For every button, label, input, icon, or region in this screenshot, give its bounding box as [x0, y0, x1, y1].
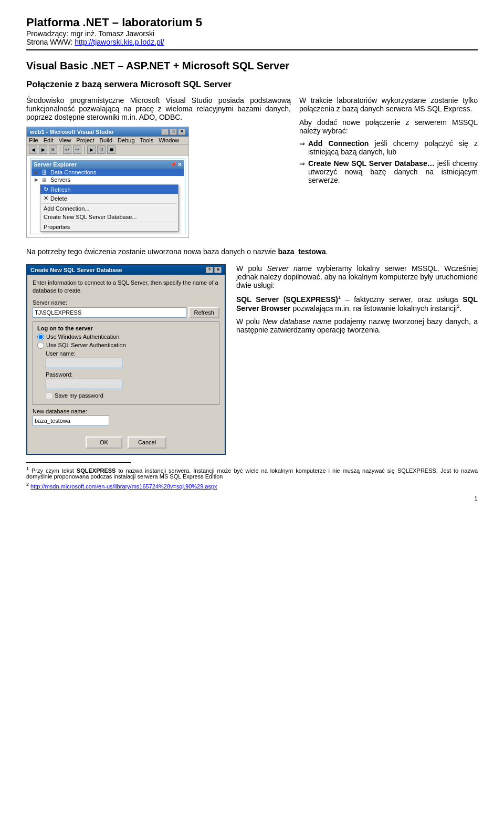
add-connection-intro: Aby dodać nowe połączenie z serwerem MSS… — [299, 118, 478, 135]
cancel-button[interactable]: Cancel — [128, 436, 166, 449]
arrow-item-create-db: ⇒ Create New SQL Server Database… jeśli … — [299, 159, 478, 184]
menu-debug[interactable]: Debug — [118, 137, 134, 143]
sql-auth-row: Use SQL Server Authentication — [37, 342, 215, 349]
second-block: Create New SQL Server Database ? ✕ Enter… — [26, 264, 478, 455]
password-row: Password: — [46, 371, 215, 389]
dialog-title-text: Create New SQL Server Database — [30, 267, 122, 273]
toolbar-icon-6[interactable]: ▶ — [87, 145, 96, 154]
sqlexpress-bold: SQLEXPRESS — [77, 467, 116, 473]
instructor-line: Prowadzący: mgr inż. Tomasz Jaworski — [26, 29, 478, 38]
ctx-create-db[interactable]: Create New SQL Server Database... — [40, 213, 178, 221]
second-para-2: W polu New database name podajemy nazwę … — [236, 317, 478, 334]
db-icon: 🗄 — [41, 170, 49, 175]
page-header: Platforma .NET – laboratorium 5 Prowadzą… — [26, 16, 478, 50]
dialog-titlebar: Create New SQL Server Database ? ✕ — [27, 265, 225, 275]
arrow-text-2: Create New SQL Server Database… jeśli ch… — [308, 159, 478, 184]
sql-auth-label: Use SQL Server Authentication — [46, 342, 126, 348]
website-link[interactable]: http://tjaworski.kis.p.lodz.pl/ — [75, 38, 164, 46]
second-right-content: W polu Server name wybieramy lokalny ser… — [236, 264, 478, 455]
toolbar-icon-2[interactable]: ▶ — [39, 145, 47, 154]
panel-title: Server Explorer — [34, 161, 77, 168]
footnote-divider — [26, 462, 131, 463]
toolbar-separator — [60, 145, 60, 154]
menu-build[interactable]: Build — [100, 137, 112, 143]
fn1-sup: 1 — [26, 466, 29, 471]
tree-item-data-connections[interactable]: ▶ 🗄 Data Connections — [32, 169, 184, 176]
expand-icon: ▶ — [35, 170, 40, 175]
tree-label-data-connections: Data Connections — [50, 169, 96, 175]
tree-item-servers[interactable]: ▶ 🖥 Servers — [32, 176, 184, 183]
arrow-text-1: Add Connection jeśli chcemy połączyć się… — [308, 139, 478, 156]
refresh-icon: ↻ — [44, 186, 48, 193]
arrow-item-add-connection: ⇒ Add Connection jeśli chcemy połączyć s… — [299, 139, 478, 156]
dialog-description: Enter information to connect to a SQL Se… — [33, 279, 219, 295]
panel-header-icons: 📌 ✕ — [170, 162, 182, 168]
server-name-input[interactable] — [33, 307, 186, 318]
menu-file[interactable]: File — [29, 137, 38, 143]
ok-button[interactable]: OK — [86, 436, 122, 449]
toolbar-icon-3[interactable]: ✕ — [49, 145, 57, 154]
menu-window[interactable]: Window — [159, 137, 179, 143]
username-row: User name: — [46, 350, 215, 368]
ctx-properties[interactable]: Properties — [40, 223, 178, 231]
logon-group: Log on to the server Use Windows Authent… — [33, 321, 219, 405]
instructor-label: Prowadzący: mgr inż. Tomasz Jaworski — [26, 29, 154, 38]
panel-header: Server Explorer 📌 ✕ — [32, 160, 184, 169]
username-input — [46, 358, 122, 368]
tree-label-servers: Servers — [50, 176, 70, 183]
intro-paragraph: Środowisko programistyczne Microsoft Vis… — [26, 96, 291, 121]
new-db-name-input[interactable] — [33, 415, 109, 426]
toolbar-icon-7[interactable]: ⏸ — [97, 145, 106, 154]
dialog-help-btn[interactable]: ? — [206, 267, 213, 273]
server-name-italic: Server name — [267, 264, 312, 273]
second-para-1: W polu Server name wybieramy lokalny ser… — [236, 264, 478, 289]
close-btn[interactable]: ✕ — [178, 129, 185, 135]
menu-project[interactable]: Project — [76, 137, 94, 143]
sql-auth-radio[interactable] — [37, 342, 44, 349]
server-icon: 🖥 — [41, 177, 49, 183]
win-menubar: File Edit View Project Build Debug Tools… — [27, 137, 188, 144]
new-db-name-label: New database name: — [33, 408, 219, 414]
right-intro-text: W trakcie laboratoriów wykorzystane zost… — [299, 96, 478, 113]
toolbar-icon-4[interactable]: ↩ — [63, 145, 71, 154]
toolbar-icon-8[interactable]: ⏹ — [107, 145, 116, 154]
footnote-1: 1 Przy czym tekst SQLEXPRESS to nazwa in… — [26, 466, 478, 480]
toolbar-icon-5[interactable]: ↪ — [73, 145, 81, 154]
win-toolbar: ◀ ▶ ✕ ↩ ↪ ▶ ⏸ ⏹ — [27, 144, 188, 155]
dialog-win-controls: ? ✕ — [206, 267, 222, 273]
server-name-input-row: Refresh — [33, 307, 219, 318]
fn1-text: Przy czym tekst SQLEXPRESS to nazwa inst… — [26, 467, 478, 480]
save-password-row: Save my password — [46, 392, 215, 399]
ctx-add-connection-label: Add Connection... — [44, 205, 89, 212]
footnote-2: 2 http://msdn.microsoft.com/en-us/librar… — [26, 482, 478, 490]
ctx-delete-label: Delete — [50, 195, 67, 202]
menu-edit[interactable]: Edit — [44, 137, 54, 143]
new-db-name: baza_testowa — [278, 247, 326, 256]
toolbar-icon-1[interactable]: ◀ — [29, 145, 37, 154]
menu-tools[interactable]: Tools — [140, 137, 154, 143]
username-label: User name: — [46, 350, 215, 357]
arrow-sym-2: ⇒ — [299, 160, 305, 168]
left-content: Środowisko programistyczne Microsoft Vis… — [26, 96, 291, 240]
ctx-add-connection[interactable]: Add Connection... — [40, 204, 178, 213]
ctx-sep-2 — [41, 222, 177, 222]
server-name-label: Server name: — [33, 299, 219, 306]
windows-auth-radio[interactable] — [37, 334, 44, 340]
context-menu: ↻ Refresh ✕ Delete Add Connection... Cr — [40, 184, 178, 232]
menu-view[interactable]: View — [59, 137, 71, 143]
toolbar-separator-2 — [84, 145, 85, 154]
dialog-close-btn[interactable]: ✕ — [214, 267, 222, 273]
ctx-refresh[interactable]: ↻ Refresh — [40, 185, 178, 194]
pin-icon[interactable]: 📌 — [170, 162, 176, 168]
refresh-button[interactable]: Refresh — [188, 307, 219, 318]
maximize-btn[interactable]: □ — [170, 129, 177, 135]
server-name-row: Server name: Refresh — [33, 299, 219, 318]
minimize-btn[interactable]: _ — [161, 129, 169, 135]
panel-close-icon[interactable]: ✕ — [177, 162, 182, 168]
win-controls: _ □ ✕ — [161, 129, 185, 135]
ctx-delete[interactable]: ✕ Delete — [40, 194, 178, 203]
new-db-paragraph: Na potrzeby tego ćwiczenia zostanie utwo… — [26, 247, 478, 256]
ctx-create-db-label: Create New SQL Server Database... — [44, 214, 137, 220]
new-db-name-row: New database name: — [33, 408, 219, 426]
fn2-link[interactable]: http://msdn.microsoft.com/en-us/library/… — [30, 483, 217, 490]
